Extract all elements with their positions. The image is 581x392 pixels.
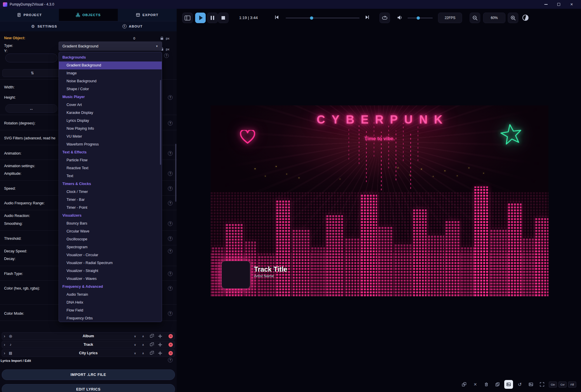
help-icon[interactable]: ? bbox=[168, 286, 173, 291]
name-input[interactable] bbox=[5, 54, 57, 62]
type-select[interactable]: Gradient Background ▼ bbox=[59, 42, 162, 51]
position-icon[interactable] bbox=[158, 343, 162, 347]
delete-object-button[interactable]: ✕ bbox=[168, 351, 173, 355]
duplicate-icon[interactable] bbox=[150, 335, 152, 338]
dropdown-option[interactable]: Bouncy Bars bbox=[59, 220, 162, 227]
toggle-sidebar-button[interactable] bbox=[182, 13, 193, 23]
columns-button[interactable]: ⇅ bbox=[2, 69, 62, 77]
help-icon[interactable]: ? bbox=[168, 201, 173, 206]
dropdown-option[interactable]: Karaoke Display bbox=[59, 109, 162, 117]
sidebar-scrollbar[interactable] bbox=[175, 144, 176, 202]
dropdown-option[interactable]: Frequency Orbs bbox=[59, 314, 162, 322]
dropdown-option[interactable]: Clock / Timer bbox=[59, 188, 162, 196]
object-row[interactable]: ›▤City Lyrics∨∧✕ bbox=[2, 349, 175, 357]
preview-canvas[interactable]: CYBERPUNK Time to vibe. Track Title Arti… bbox=[211, 105, 548, 296]
fullscreen-button[interactable] bbox=[538, 380, 546, 389]
move-down-icon[interactable]: ∨ bbox=[134, 335, 136, 338]
delete-object-button[interactable]: ✕ bbox=[168, 343, 173, 347]
dropdown-option[interactable]: Waveform Progress bbox=[59, 141, 162, 148]
dropdown-scrollbar[interactable] bbox=[160, 80, 161, 165]
seek-track[interactable] bbox=[286, 18, 359, 18]
object-row[interactable]: ›♪Track∨∧✕ bbox=[2, 341, 175, 348]
expand-chevron-icon[interactable]: › bbox=[4, 342, 8, 347]
loop-button[interactable] bbox=[379, 13, 390, 23]
dropdown-option[interactable]: DNA Helix bbox=[59, 299, 162, 307]
play-button[interactable] bbox=[195, 13, 206, 23]
dropdown-option[interactable]: Lyrics Display bbox=[59, 117, 162, 125]
replace-object-button[interactable] bbox=[460, 380, 468, 389]
help-icon[interactable]: ? bbox=[168, 186, 173, 191]
dropdown-option[interactable]: Timer - Point bbox=[59, 204, 162, 212]
help-icon[interactable]: ? bbox=[168, 236, 173, 241]
seek-thumb[interactable] bbox=[310, 16, 313, 20]
object-row[interactable]: ›◎Album∨∧✕ bbox=[2, 332, 175, 340]
maximize-button[interactable] bbox=[552, 0, 565, 9]
help-icon[interactable]: ? bbox=[168, 249, 173, 254]
volume-button[interactable] bbox=[397, 15, 403, 21]
edit-lyrics-button[interactable]: EDIT LYRICS bbox=[2, 384, 175, 392]
dropdown-option[interactable]: Audio Terrain bbox=[59, 291, 162, 299]
dropdown-option[interactable]: Shape / Color bbox=[59, 85, 162, 93]
delete-object-button[interactable]: ✕ bbox=[168, 334, 173, 338]
skip-end-button[interactable] bbox=[365, 15, 369, 20]
expand-chevron-icon[interactable]: › bbox=[4, 334, 8, 338]
delete-button[interactable] bbox=[482, 380, 491, 389]
move-up-icon[interactable]: ∧ bbox=[142, 335, 144, 338]
move-down-icon[interactable]: ∨ bbox=[134, 343, 136, 346]
seek-slider[interactable] bbox=[286, 13, 359, 23]
import-lrc-button[interactable]: IMPORT .LRC FILE bbox=[2, 369, 175, 380]
tab-export[interactable]: EXPORT bbox=[118, 9, 177, 21]
volume-track[interactable] bbox=[408, 18, 433, 18]
move-up-icon[interactable]: ∧ bbox=[142, 352, 144, 355]
dropdown-option[interactable]: Cover Art bbox=[59, 101, 162, 109]
help-icon[interactable]: ? bbox=[168, 151, 173, 156]
help-icon[interactable]: ? bbox=[168, 95, 173, 100]
duplicate-button[interactable] bbox=[493, 380, 502, 389]
help-icon[interactable]: ? bbox=[168, 358, 173, 362]
help-icon[interactable]: ? bbox=[164, 53, 169, 58]
minimize-button[interactable] bbox=[539, 0, 552, 9]
dropdown-option[interactable]: Image bbox=[59, 69, 162, 77]
zoom-out-button[interactable] bbox=[470, 13, 480, 23]
theme-toggle-icon[interactable] bbox=[522, 15, 529, 21]
volume-slider[interactable] bbox=[408, 13, 433, 23]
duplicate-icon[interactable] bbox=[150, 352, 152, 355]
dropdown-option[interactable]: Circular Wave bbox=[59, 227, 162, 235]
zoom-in-button[interactable] bbox=[508, 13, 518, 23]
skip-start-button[interactable] bbox=[275, 15, 279, 20]
stop-button[interactable] bbox=[218, 13, 229, 23]
tab-settings[interactable]: ⚙ SETTINGS bbox=[0, 21, 88, 31]
expand-chevron-icon[interactable]: › bbox=[4, 351, 8, 355]
dropdown-option[interactable]: Oscilloscope bbox=[59, 235, 162, 243]
help-icon[interactable]: ? bbox=[168, 121, 173, 126]
dropdown-option[interactable]: Gradient Background bbox=[59, 61, 162, 69]
dropdown-option[interactable]: Visualizer - Radial Spectrum bbox=[59, 259, 162, 267]
undo-button[interactable]: ↺ bbox=[515, 380, 524, 389]
help-icon[interactable]: ? bbox=[168, 221, 173, 226]
dropdown-option[interactable]: Flow Field bbox=[59, 307, 162, 314]
tab-objects[interactable]: OBJECTS bbox=[59, 9, 118, 21]
help-icon[interactable]: ? bbox=[168, 311, 173, 316]
width-stretch-button[interactable]: ↔ bbox=[5, 104, 57, 113]
duplicate-icon[interactable] bbox=[150, 343, 152, 346]
dropdown-option[interactable]: Reactive Text bbox=[59, 164, 162, 172]
position-icon[interactable] bbox=[158, 351, 162, 355]
dropdown-option[interactable]: Text bbox=[59, 172, 162, 180]
tab-about[interactable]: ? ABOUT bbox=[88, 21, 177, 31]
position-icon[interactable] bbox=[158, 334, 162, 338]
zoom-level[interactable]: 60% bbox=[483, 13, 505, 23]
close-button[interactable]: ✕ bbox=[565, 0, 578, 9]
help-icon[interactable]: ? bbox=[168, 171, 173, 176]
dropdown-option[interactable]: VU Meter bbox=[59, 133, 162, 141]
fit-contain-button[interactable]: Ctn bbox=[549, 381, 557, 388]
image-tool-button[interactable] bbox=[504, 380, 513, 389]
dropdown-option[interactable]: Spectrogram bbox=[59, 243, 162, 251]
volume-thumb[interactable] bbox=[417, 16, 420, 20]
deselect-button[interactable]: ✕ bbox=[471, 380, 480, 389]
tab-project[interactable]: PROJECT bbox=[0, 9, 59, 21]
move-down-icon[interactable]: ∨ bbox=[134, 352, 136, 355]
move-up-icon[interactable]: ∧ bbox=[142, 343, 144, 346]
dropdown-option[interactable]: Now Playing Info bbox=[59, 125, 162, 133]
dropdown-option[interactable]: Visualizer - Straight bbox=[59, 267, 162, 275]
dropdown-option[interactable]: Noise Background bbox=[59, 77, 162, 85]
